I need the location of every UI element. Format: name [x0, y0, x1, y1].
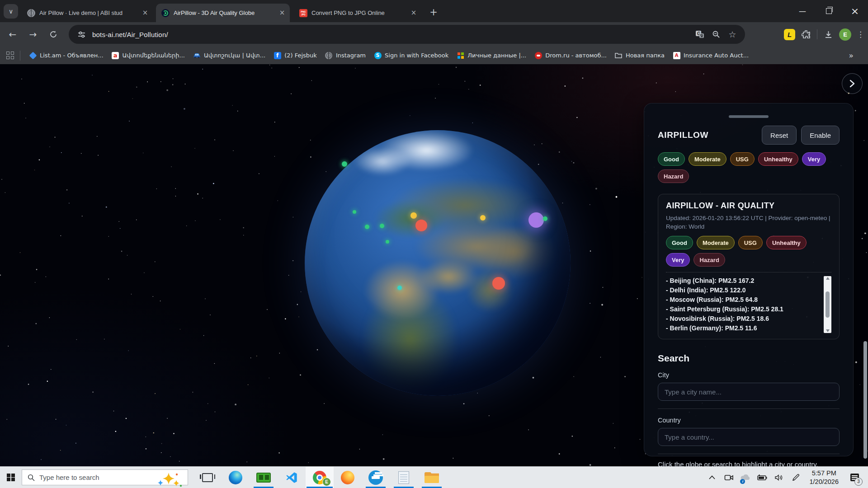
taskbar-clock[interactable]: 5:57 PM 1/20/2026 — [806, 469, 842, 486]
menu-kebab-icon[interactable]: ⋮ — [857, 30, 864, 39]
forward-button[interactable]: → — [25, 27, 41, 42]
city-marker[interactable] — [480, 215, 486, 221]
badge-unhealthy[interactable]: Unhealthy — [766, 236, 807, 249]
url-text[interactable]: bots-ai.net/Air_Pollution/ — [92, 31, 168, 38]
earth-globe[interactable] — [305, 130, 571, 396]
city-marker[interactable] — [365, 225, 369, 229]
bookmark-instagram[interactable]: Instagram — [321, 49, 370, 62]
bookmark-autoshuka[interactable]: Ավտոշուկա | Ավտ... — [189, 49, 269, 62]
bookmark-new-folder[interactable]: Новая папка — [611, 49, 669, 62]
city-input[interactable] — [658, 383, 840, 401]
window-close-button[interactable]: × — [842, 0, 868, 22]
city-marker[interactable] — [342, 161, 347, 167]
city-marker[interactable] — [397, 286, 402, 290]
bookmark-fejsbuk[interactable]: f (2) Fejsbuk — [269, 49, 321, 62]
taskbar-search-box[interactable]: Type here to search — [22, 469, 188, 485]
city-marker[interactable] — [410, 212, 417, 219]
docker-button[interactable] — [362, 467, 390, 488]
reset-button[interactable]: Reset — [762, 126, 797, 145]
city-marker[interactable] — [353, 210, 356, 214]
close-tab-icon[interactable]: × — [410, 9, 418, 17]
translate-icon[interactable]: G — [694, 29, 705, 40]
badge-very[interactable]: Very — [802, 152, 826, 166]
city-marker[interactable] — [528, 212, 544, 228]
volume-icon[interactable] — [772, 467, 786, 488]
firefox-button[interactable] — [334, 467, 362, 488]
enable-button[interactable]: Enable — [801, 126, 840, 145]
memory-app-button[interactable] — [250, 467, 278, 488]
badge-hazard[interactable]: Hazard — [693, 253, 725, 267]
badge-hazard[interactable]: Hazard — [658, 169, 689, 183]
bookmark-listam[interactable]: List.am - Объявлен... — [25, 49, 108, 62]
l-extension-icon[interactable]: L — [784, 29, 795, 40]
bookmark-star-icon[interactable]: ☆ — [727, 29, 738, 40]
list-scrollbar[interactable] — [824, 276, 831, 333]
city-marker[interactable] — [415, 220, 427, 231]
panel-collapse-button[interactable] — [842, 73, 863, 94]
country-input[interactable] — [658, 428, 840, 446]
file-explorer-button[interactable] — [418, 467, 446, 488]
tab-airpillow-globe[interactable]: AirPillow - 3D Air Quality Globe × — [156, 4, 290, 22]
apps-grid-icon[interactable] — [6, 52, 14, 60]
bookmark-auto-armenian[interactable]: a Ավտոմեքենաների... — [108, 49, 189, 62]
onedrive-cloud-icon[interactable]: i — [739, 467, 752, 488]
task-view-button[interactable] — [193, 467, 222, 488]
air-quality-title: AIRPILLOW - AIR QUALITY — [666, 201, 831, 211]
city-marker[interactable] — [492, 277, 505, 290]
badge-moderate[interactable]: Moderate — [697, 236, 735, 249]
badge-usg[interactable]: USG — [738, 236, 763, 249]
city-marker[interactable] — [543, 216, 547, 221]
list-scrollbar-thumb[interactable] — [826, 291, 830, 318]
back-button[interactable]: ← — [5, 27, 20, 42]
notepad-button[interactable] — [390, 467, 418, 488]
edge-button[interactable] — [222, 467, 250, 488]
downloads-icon[interactable] — [823, 29, 834, 40]
city-marker[interactable] — [386, 240, 389, 244]
close-tab-icon[interactable]: × — [141, 9, 149, 17]
city-pm25-list: - Beijing (China): PM2.5 167.2 - Delhi (… — [666, 276, 831, 333]
extensions-puzzle-icon[interactable] — [801, 29, 811, 40]
start-button[interactable] — [0, 467, 22, 488]
bookmarks-bar: List.am - Объявлен... a Ավտոմեքենաների..… — [0, 47, 868, 64]
badge-unhealthy[interactable]: Unhealthy — [758, 152, 798, 166]
badge-very[interactable]: Very — [666, 253, 690, 267]
bookmark-drom[interactable]: Drom.ru - автомоб... — [530, 49, 611, 62]
tab-convert-png[interactable]: PNG JPG Convert PNG to JPG Online × — [294, 4, 421, 22]
tab-search-button[interactable]: ∨ — [4, 4, 18, 19]
bookmark-insurance-auto[interactable]: A Insurance Auto Auct... — [669, 49, 753, 62]
bookmark-facebook-signin[interactable]: S Sign in with Facebook — [370, 49, 453, 62]
badge-usg[interactable]: USG — [730, 152, 755, 166]
city-row: - Delhi (India): PM2.5 122.0 — [666, 286, 820, 295]
window-restore-button[interactable] — [816, 0, 842, 22]
badge-moderate[interactable]: Moderate — [689, 152, 726, 166]
battery-icon[interactable] — [755, 467, 769, 488]
notification-center-button[interactable]: 3 — [845, 467, 863, 488]
scroll-down-icon[interactable] — [826, 329, 830, 332]
site-info-icon[interactable] — [76, 29, 87, 40]
windows-logo-icon — [7, 474, 15, 482]
badge-good[interactable]: Good — [666, 236, 693, 249]
pen-icon[interactable] — [789, 467, 802, 488]
vscode-button[interactable] — [278, 467, 306, 488]
memory-chip-icon — [256, 473, 271, 483]
tray-chevron-up-icon[interactable] — [705, 467, 719, 488]
meet-now-camera-icon[interactable] — [722, 467, 736, 488]
page-scrollbar-thumb[interactable] — [863, 341, 867, 459]
city-marker[interactable] — [380, 224, 384, 228]
clock-date: 1/20/2026 — [809, 478, 839, 486]
find-in-page-icon[interactable] — [711, 29, 722, 40]
window-minimize-button[interactable]: — — [789, 0, 816, 22]
chrome-button[interactable]: E — [306, 467, 334, 488]
address-bar[interactable]: bots-ai.net/Air_Pollution/ G — [69, 25, 745, 44]
reload-button[interactable] — [46, 27, 61, 42]
bookmark-personal-data[interactable]: Личные данные |... — [453, 49, 530, 62]
new-tab-button[interactable]: + — [427, 5, 440, 19]
badge-good[interactable]: Good — [658, 152, 685, 166]
profile-avatar[interactable]: E — [839, 28, 851, 41]
minimize-icon: — — [799, 7, 806, 15]
close-tab-icon[interactable]: × — [278, 9, 286, 17]
tab-air-pillow-demo[interactable]: Air Pillow · Live demo | ABI stud × — [22, 4, 153, 22]
scroll-up-icon[interactable] — [826, 277, 830, 280]
panel-drag-handle[interactable] — [729, 115, 769, 118]
bookmarks-overflow-chevron[interactable]: » — [849, 51, 862, 60]
